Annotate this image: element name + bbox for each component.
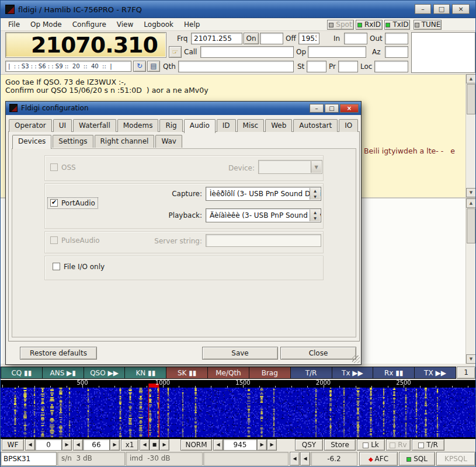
fileio-checkbox[interactable]: File I/O only bbox=[53, 263, 105, 271]
config-tab[interactable]: Web bbox=[265, 119, 292, 132]
rst-out-input[interactable] bbox=[385, 33, 408, 44]
macro-set-button[interactable]: 1 bbox=[457, 367, 475, 379]
wf-mode-button[interactable]: WF bbox=[2, 439, 24, 451]
time-off-input[interactable] bbox=[298, 33, 319, 44]
rst-in-input[interactable] bbox=[344, 33, 367, 44]
config-tab[interactable]: Misc bbox=[237, 119, 265, 132]
carrier-frequency-value[interactable]: 945 bbox=[223, 439, 257, 451]
notes-panel[interactable] bbox=[411, 32, 475, 73]
chevron-down-icon[interactable]: ▼ bbox=[311, 161, 321, 173]
device-select[interactable]: ▼ bbox=[258, 160, 322, 174]
config-tab[interactable]: Operator bbox=[9, 119, 52, 132]
playback-select[interactable]: Äèíàìèêè (3- USB PnP Sound Device) ▲▼ bbox=[206, 208, 321, 222]
st-input[interactable] bbox=[307, 61, 326, 72]
wf-speed-button[interactable]: NORM bbox=[180, 439, 212, 451]
tune-button[interactable]: TUNE bbox=[414, 20, 442, 30]
scroll-down-icon[interactable]: ▼ bbox=[466, 188, 476, 197]
menu-item[interactable]: File bbox=[3, 19, 25, 30]
config-tab[interactable]: Audio bbox=[184, 119, 216, 133]
menu-item[interactable]: Logbook bbox=[138, 19, 179, 30]
waterfall-canvas[interactable] bbox=[1, 388, 475, 437]
maximize-button[interactable]: □ bbox=[433, 4, 450, 14]
right-arrow-icon[interactable]: ▶ bbox=[159, 439, 169, 451]
close-button[interactable]: × bbox=[452, 4, 470, 14]
left-arrow-icon[interactable]: ◀ bbox=[290, 452, 300, 466]
op-input[interactable] bbox=[308, 46, 366, 58]
scroll-down-icon[interactable]: ▼ bbox=[466, 354, 476, 364]
oss-checkbox[interactable]: OSS bbox=[50, 163, 76, 172]
minimize-button[interactable]: – bbox=[415, 4, 431, 14]
config-tab[interactable]: ID bbox=[217, 119, 236, 132]
scroll-up-icon[interactable]: ▲ bbox=[466, 198, 476, 208]
afc-button[interactable]: ◆AFC bbox=[359, 452, 398, 466]
rx-scrollbar-thumb[interactable] bbox=[467, 84, 475, 114]
az-input[interactable] bbox=[385, 46, 408, 58]
scroll-up-icon[interactable]: ▲ bbox=[466, 74, 476, 83]
right-arrow-icon[interactable]: ▶ bbox=[110, 439, 120, 451]
macro-button[interactable]: Brag bbox=[249, 367, 291, 379]
left-arrow-icon[interactable]: ◀ bbox=[73, 439, 83, 451]
server-string-input[interactable] bbox=[206, 234, 321, 247]
macro-button[interactable]: KN ▮▮ bbox=[125, 367, 166, 379]
updown-arrows-icon[interactable]: ▲▼ bbox=[310, 210, 320, 221]
right-arrow-icon[interactable]: ▶ bbox=[267, 439, 277, 451]
waterfall-ruler[interactable]: 5001000150020002500 bbox=[1, 380, 475, 388]
frequency-input[interactable] bbox=[191, 33, 242, 44]
on-button[interactable]: On bbox=[244, 33, 259, 44]
macro-button[interactable]: Me/Qth bbox=[208, 367, 249, 379]
config-tab[interactable]: Modems bbox=[117, 119, 159, 132]
stop-icon[interactable]: ■ bbox=[150, 439, 159, 451]
portaudio-checkbox[interactable]: PortAudio bbox=[48, 198, 98, 208]
qth-input[interactable] bbox=[178, 61, 294, 72]
frequency-display[interactable]: 21070.310 bbox=[5, 32, 166, 58]
macro-button[interactable]: SK ▮▮ bbox=[166, 367, 208, 379]
dialog-close-button[interactable]: × bbox=[340, 104, 359, 113]
menu-item[interactable]: Configure bbox=[67, 19, 112, 30]
updown-arrows-icon[interactable]: ▲▼ bbox=[310, 188, 320, 200]
pr-input[interactable] bbox=[338, 61, 358, 72]
save-button[interactable]: Save bbox=[202, 347, 278, 360]
config-tab[interactable]: Rig bbox=[159, 119, 182, 132]
mode-status[interactable]: BPSK31 bbox=[1, 452, 57, 466]
tx-scrollbar-thumb[interactable] bbox=[467, 208, 475, 243]
audio-subtab[interactable]: Settings bbox=[53, 135, 93, 148]
macro-button[interactable]: Tx ▶▶ bbox=[332, 367, 374, 379]
config-tab[interactable]: Waterfall bbox=[73, 119, 116, 132]
close-dialog-button[interactable]: Close bbox=[280, 347, 356, 360]
menu-item[interactable]: Op Mode bbox=[25, 19, 67, 30]
ampspan-value[interactable]: 0 bbox=[35, 439, 62, 451]
txid-button[interactable]: TxID bbox=[384, 20, 410, 30]
resize-grip[interactable] bbox=[352, 356, 360, 363]
txrx-button[interactable]: T/R bbox=[412, 439, 444, 451]
config-tab[interactable]: UI bbox=[53, 119, 72, 132]
qsy-button[interactable]: QSY bbox=[295, 439, 323, 451]
call-input[interactable] bbox=[200, 46, 294, 58]
signal-range-value[interactable]: 66 bbox=[83, 439, 110, 451]
left-arrow-icon[interactable]: ◀ bbox=[300, 452, 310, 466]
left-arrow-icon[interactable]: ◀ bbox=[25, 439, 35, 451]
refresh-icon[interactable]: ↻ bbox=[133, 61, 146, 72]
config-tab[interactable]: IO bbox=[339, 119, 358, 132]
macro-button[interactable]: TX ▶▶ bbox=[415, 367, 456, 379]
time-on-input[interactable] bbox=[260, 33, 283, 44]
capture-select[interactable]: Ìèêðîôîí (3- USB PnP Sound Device) ▲▼ bbox=[206, 187, 321, 201]
fileio-checkbox-box[interactable] bbox=[53, 263, 60, 270]
hand-qsy-icon[interactable]: ☞ bbox=[169, 46, 182, 58]
left-arrow-icon[interactable]: ◀ bbox=[213, 439, 223, 451]
dialog-title-bar[interactable]: Fldigi configuration – □ × bbox=[6, 102, 361, 115]
portaudio-checkbox-box[interactable] bbox=[50, 199, 58, 207]
right-arrow-icon[interactable]: ▶ bbox=[62, 439, 72, 451]
menu-item[interactable]: Help bbox=[179, 19, 205, 30]
macro-button[interactable]: CQ ▮▮ bbox=[1, 367, 43, 379]
macro-button[interactable]: QSO ▶▶ bbox=[84, 367, 126, 379]
audio-subtab[interactable]: Wav bbox=[155, 135, 182, 148]
pulseaudio-checkbox[interactable]: PulseAudio bbox=[50, 236, 100, 245]
right-arrow-icon[interactable]: ▶ bbox=[257, 439, 267, 451]
macro-button[interactable]: Rx ▮▮ bbox=[373, 367, 415, 379]
sql-button[interactable]: SQL bbox=[399, 452, 435, 466]
dialog-maximize-button[interactable]: □ bbox=[325, 104, 339, 113]
dialog-minimize-button[interactable]: – bbox=[310, 104, 324, 113]
reverse-button[interactable]: Rv bbox=[386, 439, 411, 451]
config-tab[interactable]: Autostart bbox=[293, 119, 338, 132]
logbook-icon[interactable]: ▤ bbox=[147, 61, 160, 72]
